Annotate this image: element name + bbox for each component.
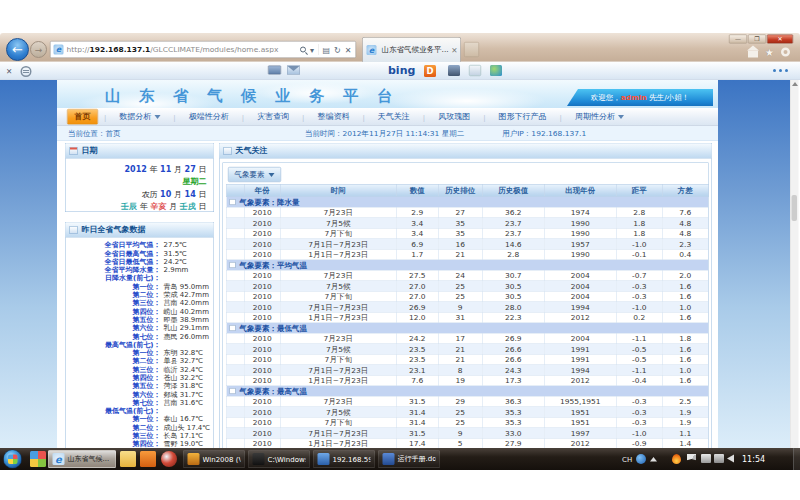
new-tab-button[interactable]: [464, 42, 479, 57]
camera-icon[interactable]: [448, 65, 460, 76]
nav-item[interactable]: 极端性分析: [182, 110, 236, 125]
column-header[interactable]: 距平: [616, 184, 662, 197]
tray-app-icon[interactable]: [636, 454, 646, 464]
table-row[interactable]: 20101月1日~7月23日17.4527.92012-0.91.4: [226, 438, 708, 448]
tray-flag-icon[interactable]: [687, 454, 696, 463]
nav-item[interactable]: 周期性分析: [568, 110, 631, 125]
tray-expand-icon[interactable]: [650, 457, 657, 462]
stat-line: 最高气温(前七)：: [66, 340, 214, 348]
calendar-icon: [70, 147, 78, 155]
tray-flame-icon[interactable]: [672, 454, 681, 464]
settings-gear-icon[interactable]: [781, 48, 790, 57]
column-header[interactable]: 历史排位: [438, 184, 482, 197]
table-row[interactable]: 20107月1日~7月23日23.1824.31994-1.11.0: [226, 365, 708, 376]
card-icon[interactable]: [268, 66, 281, 75]
language-indicator[interactable]: CH: [622, 455, 632, 463]
table-row[interactable]: 20107月5候3.43523.719901.84.8: [226, 218, 708, 229]
taskbar-window-button[interactable]: Win2008 (VS2...: [183, 450, 245, 468]
table-row[interactable]: 20107月1日~7月23日26.9928.01994-1.01.0: [226, 302, 708, 313]
table-row[interactable]: 20101月1日~7月23日12.03122.320120.21.6: [226, 312, 708, 323]
compatibility-icon[interactable]: ▤: [323, 45, 331, 55]
table-row[interactable]: 20101月1日~7月23日7.61917.32012-0.41.6: [226, 375, 708, 386]
search-icon[interactable]: [300, 47, 306, 53]
minimize-button[interactable]: —: [729, 35, 747, 44]
toolbar-menu-icon[interactable]: [20, 66, 31, 77]
stat-line: 第六位：乳山 29.1mm: [66, 323, 214, 331]
table-row[interactable]: 20107月1日~7月23日6.91614.61957-1.02.3: [226, 239, 708, 250]
nav-item[interactable]: 天气关注: [371, 110, 417, 125]
bing-logo[interactable]: bing: [388, 64, 415, 77]
table-row[interactable]: 20107月23日24.21726.92004-1.11.8: [226, 333, 708, 344]
table-row[interactable]: 20107月5候27.02530.52004-0.31.6: [226, 281, 708, 292]
taskbar-ie-window[interactable]: e 山东省气候...: [48, 450, 116, 468]
table-row[interactable]: 20107月1日~7月23日31.5933.01997-1.01.1: [226, 428, 708, 439]
table-row[interactable]: 20107月23日2.92736.219742.87.6: [226, 207, 708, 218]
favorites-star-icon[interactable]: ★: [765, 46, 774, 58]
home-icon[interactable]: [748, 51, 758, 58]
start-button[interactable]: [3, 450, 22, 469]
nav-item[interactable]: 图形下行产品: [492, 110, 554, 125]
column-header[interactable]: 历史极值: [482, 184, 544, 197]
stat-line: 第四位：雪野 19.0℃: [66, 440, 214, 448]
mail-icon[interactable]: [287, 66, 300, 75]
column-header[interactable]: 年份: [244, 184, 280, 197]
column-header[interactable]: 出现年份: [544, 184, 616, 197]
network2-icon[interactable]: [714, 454, 724, 463]
column-header[interactable]: 数值: [396, 184, 438, 197]
show-desktop-button[interactable]: [793, 448, 800, 470]
toolbar-overflow-icon[interactable]: [770, 69, 788, 72]
table-row[interactable]: 20107月5候23.52126.61991-0.51.6: [226, 344, 708, 355]
taskbar-window-button[interactable]: 192.168.59.99...: [313, 450, 375, 468]
taskbar-window-button[interactable]: C:\Windows\s...: [248, 450, 310, 468]
table-row[interactable]: 20107月下旬3.43523.719901.84.8: [226, 228, 708, 239]
table-row[interactable]: 20107月5候31.42535.31951-0.31.9: [226, 407, 708, 418]
nav-item[interactable]: 首页: [67, 109, 98, 125]
address-bar[interactable]: e http://192.168.137.1/GLCCLIMATE/module…: [50, 41, 356, 58]
column-header[interactable]: 方差: [662, 184, 708, 197]
page-scrollbar[interactable]: [790, 80, 799, 448]
date-panel-header: 日期: [66, 144, 214, 159]
network-icon[interactable]: [701, 454, 711, 463]
back-button[interactable]: ←: [6, 38, 29, 61]
stat-line: 第四位：崂山 40.2mm: [66, 307, 214, 315]
contact-icon[interactable]: [469, 65, 481, 76]
scrollbar-thumb[interactable]: [792, 195, 798, 221]
group-checkbox[interactable]: [230, 325, 236, 331]
group-checkbox[interactable]: [230, 262, 236, 268]
share-icon[interactable]: [490, 65, 502, 76]
column-header[interactable]: 时间: [280, 184, 396, 197]
browser-toolbar: ✕ bing D: [0, 62, 800, 80]
forward-button[interactable]: →: [30, 41, 47, 58]
table-row[interactable]: 20101月1日~7月23日1.7212.81990-0.10.4: [226, 249, 708, 260]
refresh-icon[interactable]: ↻: [334, 45, 341, 55]
table-row[interactable]: 20107月下旬31.42535.31951-0.31.9: [226, 417, 708, 428]
table-row[interactable]: 20107月下旬27.02530.52004-0.31.6: [226, 291, 708, 302]
orange-app-icon[interactable]: [140, 451, 156, 467]
table-row[interactable]: 20107月下旬23.52126.61991-0.51.6: [226, 354, 708, 365]
nav-item[interactable]: 风玫瑰图: [431, 110, 477, 125]
pinned-app-icon[interactable]: [30, 451, 46, 467]
tab-close-icon[interactable]: ✕: [451, 45, 457, 54]
maximize-button[interactable]: ❐: [748, 35, 766, 44]
toolbar-close-icon[interactable]: ✕: [6, 67, 12, 76]
stat-line: 第六位：郯城 31.7℃: [66, 390, 214, 398]
taskbar-window-button[interactable]: 运行手册.docx ...: [378, 450, 440, 468]
table-row[interactable]: 20107月23日31.52936.31955,1951-0.32.5: [226, 396, 708, 407]
scrollbar-up-icon[interactable]: [792, 82, 798, 86]
media-player-icon[interactable]: [161, 451, 177, 467]
taskbar-clock[interactable]: 11:54: [742, 455, 765, 465]
nav-item[interactable]: 灾害查询: [250, 110, 296, 125]
group-checkbox[interactable]: [230, 199, 236, 205]
group-checkbox[interactable]: [230, 388, 236, 394]
d-app-icon[interactable]: D: [424, 65, 436, 77]
dropdown-icon[interactable]: ▾: [310, 45, 314, 55]
folder-icon[interactable]: [120, 451, 136, 467]
close-button[interactable]: ✕: [767, 35, 793, 44]
nav-item[interactable]: 整编资料: [310, 110, 356, 125]
volume-icon[interactable]: [727, 455, 734, 463]
table-row[interactable]: 20107月23日27.52430.72004-0.72.0: [226, 270, 708, 281]
nav-item[interactable]: 数据分析: [112, 110, 167, 125]
browser-tab[interactable]: e 山东省气候业务平... ✕: [362, 37, 461, 62]
stop-icon[interactable]: ✕: [345, 45, 352, 55]
element-filter-button[interactable]: 气象要素: [228, 167, 281, 182]
